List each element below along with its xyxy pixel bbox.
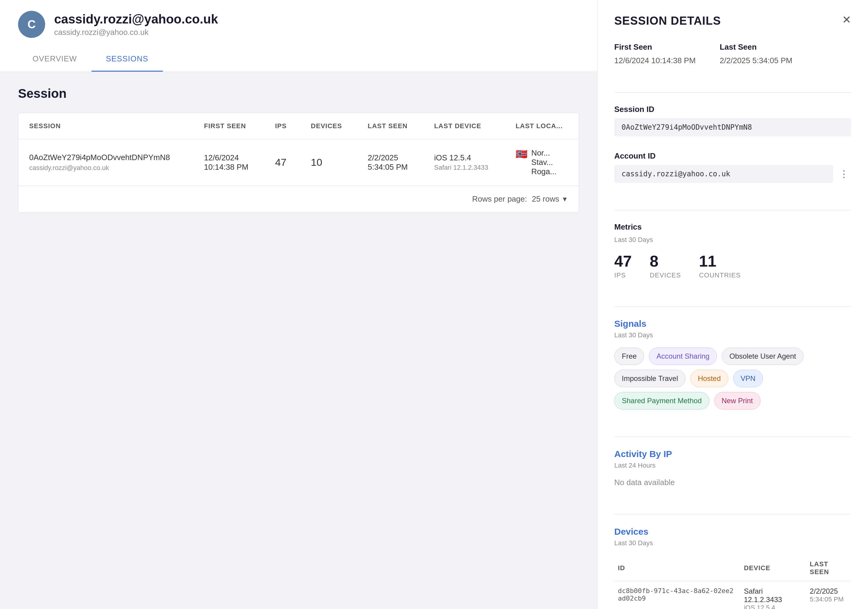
- tag-vpn[interactable]: VPN: [733, 370, 763, 387]
- avatar: C: [18, 11, 45, 38]
- header: C cassidy.rozzi@yahoo.co.uk cassidy.rozz…: [0, 0, 597, 72]
- devices-value: 10: [311, 157, 346, 168]
- first-seen-col: First Seen 12/6/2024 10:14:38 PM: [614, 42, 696, 65]
- cell-devices: 10: [300, 139, 357, 186]
- devices-col-device: Device: [740, 555, 806, 581]
- account-id-box: cassidy.rozzi@yahoo.co.uk: [614, 165, 833, 183]
- tag-obsolete-user-agent[interactable]: Obsolete User Agent: [722, 347, 803, 365]
- ips-value: 47: [275, 157, 289, 168]
- sessions-section-title: Session: [18, 86, 579, 101]
- metric-devices: 8 DEVICES: [650, 252, 681, 279]
- pagination-row: Rows per page: 25 rows ▾: [19, 186, 579, 212]
- col-last-location: LAST LOCA...: [505, 113, 579, 139]
- panel-header: SESSION DETAILS ✕: [614, 14, 851, 27]
- location-text: Nor...Stav...Roga...: [531, 148, 556, 176]
- close-button[interactable]: ✕: [842, 14, 851, 25]
- metrics-subtitle: Last 30 Days: [614, 236, 851, 244]
- cell-last-location: 🇳🇴 Nor...Stav...Roga...: [505, 139, 579, 186]
- metric-countries-value: 11: [699, 252, 741, 270]
- device-id-0: dc8b00fb-971c-43ac-8a62-02ee2ad02cb9: [614, 581, 740, 609]
- sessions-table: SESSION FIRST SEEN IPS DEVICES LAST SEEN…: [19, 113, 579, 186]
- side-panel: SESSION DETAILS ✕ First Seen 12/6/2024 1…: [597, 0, 868, 609]
- signals-title: Signals: [614, 319, 851, 329]
- metrics-label: Metrics: [614, 222, 851, 232]
- cell-session: 0AoZtWeY279i4pMoODvvehtDNPYmN8 cassidy.r…: [19, 139, 193, 186]
- tab-sessions[interactable]: SESSIONS: [91, 47, 163, 71]
- devices-col-last-seen: Last Seen: [806, 555, 851, 581]
- rows-per-page-value: 25 rows: [532, 194, 559, 204]
- table-header-row: SESSION FIRST SEEN IPS DEVICES LAST SEEN…: [19, 113, 579, 139]
- more-options-icon[interactable]: ⋮: [837, 166, 851, 182]
- divider-3: [614, 306, 851, 307]
- metric-devices-value: 8: [650, 252, 681, 270]
- tabs-nav: OVERVIEW SESSIONS: [18, 47, 579, 71]
- cell-ips: 47: [264, 139, 300, 186]
- divider-5: [614, 514, 851, 514]
- panel-title: SESSION DETAILS: [614, 14, 721, 27]
- last-seen-value: 2/2/2025 5:34:05 PM: [720, 56, 792, 65]
- session-id-text: 0AoZtWeY279i4pMoODvvehtDNPYmN8: [29, 153, 182, 162]
- last-seen-label: Last Seen: [720, 42, 792, 52]
- signals-section: Signals Last 30 Days Free Account Sharin…: [614, 319, 851, 409]
- col-first-seen: FIRST SEEN: [193, 113, 264, 139]
- metric-devices-label: DEVICES: [650, 271, 681, 279]
- location-flag: 🇳🇴: [516, 148, 528, 160]
- user-email-main: cassidy.rozzi@yahoo.co.uk: [54, 12, 218, 26]
- tag-account-sharing[interactable]: Account Sharing: [649, 347, 717, 365]
- activity-no-data: No data available: [614, 478, 851, 487]
- metric-ips: 47 IPS: [614, 252, 632, 279]
- first-seen-time: 10:14:38 PM: [204, 163, 253, 172]
- user-text: cassidy.rozzi@yahoo.co.uk cassidy.rozzi@…: [54, 12, 218, 37]
- chevron-down-icon: ▾: [563, 194, 567, 204]
- content-area: Session SESSION FIRST SEEN IPS DEVICES L…: [0, 72, 597, 609]
- col-devices: DEVICES: [300, 113, 357, 139]
- activity-subtitle: Last 24 Hours: [614, 462, 851, 470]
- session-id-box: 0AoZtWeY279i4pMoODvvehtDNPYmN8: [614, 118, 851, 136]
- account-id-section: Account ID cassidy.rozzi@yahoo.co.uk ⋮: [614, 151, 851, 183]
- account-id-label: Account ID: [614, 151, 851, 161]
- col-session: SESSION: [19, 113, 193, 139]
- session-id-label: Session ID: [614, 105, 851, 114]
- col-last-seen: LAST SEEN: [357, 113, 423, 139]
- metrics-row: 47 IPS 8 DEVICES 11 COUNTRIES: [614, 252, 851, 279]
- table-row[interactable]: 0AoZtWeY279i4pMoODvvehtDNPYmN8 cassidy.r…: [19, 139, 579, 186]
- devices-subtitle: Last 30 Days: [614, 539, 851, 547]
- rows-per-page-label: Rows per page:: [472, 194, 527, 204]
- devices-table: ID Device Last Seen dc8b00fb-971c-43ac-8…: [614, 555, 851, 609]
- metric-ips-value: 47: [614, 252, 632, 270]
- tab-overview[interactable]: OVERVIEW: [18, 47, 91, 71]
- sessions-table-container: SESSION FIRST SEEN IPS DEVICES LAST SEEN…: [18, 113, 579, 212]
- metrics-section: Metrics Last 30 Days 47 IPS 8 DEVICES 11…: [614, 222, 851, 279]
- tag-hosted[interactable]: Hosted: [690, 370, 728, 387]
- tag-new-print[interactable]: New Print: [714, 392, 761, 409]
- metric-countries-label: COUNTRIES: [699, 271, 741, 279]
- user-email-sub: cassidy.rozzi@yahoo.co.uk: [54, 28, 218, 37]
- cell-last-device: iOS 12.5.4 Safari 12.1.2.3433: [423, 139, 505, 186]
- tag-free[interactable]: Free: [614, 347, 644, 365]
- col-last-device: LAST DEVICE: [423, 113, 505, 139]
- first-seen-value: 12/6/2024 10:14:38 PM: [614, 56, 696, 65]
- metric-ips-label: IPS: [614, 271, 632, 279]
- session-id-section: Session ID 0AoZtWeY279i4pMoODvvehtDNPYmN…: [614, 105, 851, 136]
- seen-dates-section: First Seen 12/6/2024 10:14:38 PM Last Se…: [614, 42, 851, 65]
- user-info: C cassidy.rozzi@yahoo.co.uk cassidy.rozz…: [18, 11, 579, 38]
- metric-countries: 11 COUNTRIES: [699, 252, 741, 279]
- device-browser: Safari 12.1.2.3433: [434, 164, 494, 172]
- rows-per-page-select[interactable]: 25 rows ▾: [532, 194, 567, 204]
- devices-title: Devices: [614, 527, 851, 537]
- first-seen-label: First Seen: [614, 42, 696, 52]
- cell-last-seen: 2/2/2025 5:34:05 PM: [357, 139, 423, 186]
- divider-1: [614, 92, 851, 93]
- tag-impossible-travel[interactable]: Impossible Travel: [614, 370, 686, 387]
- tag-shared-payment-method[interactable]: Shared Payment Method: [614, 392, 709, 409]
- last-seen-col: Last Seen 2/2/2025 5:34:05 PM: [720, 42, 792, 65]
- devices-header-row: ID Device Last Seen: [614, 555, 851, 581]
- seen-dates-cols: First Seen 12/6/2024 10:14:38 PM Last Se…: [614, 42, 851, 65]
- divider-4: [614, 437, 851, 437]
- device-row-0[interactable]: dc8b00fb-971c-43ac-8a62-02ee2ad02cb9 Saf…: [614, 581, 851, 609]
- activity-title: Activity By IP: [614, 449, 851, 459]
- main-area: C cassidy.rozzi@yahoo.co.uk cassidy.rozz…: [0, 0, 597, 609]
- location-cell: 🇳🇴 Nor...Stav...Roga...: [516, 148, 568, 176]
- device-last-seen-0: 2/2/2025 5:34:05 PM: [806, 581, 851, 609]
- col-ips: IPS: [264, 113, 300, 139]
